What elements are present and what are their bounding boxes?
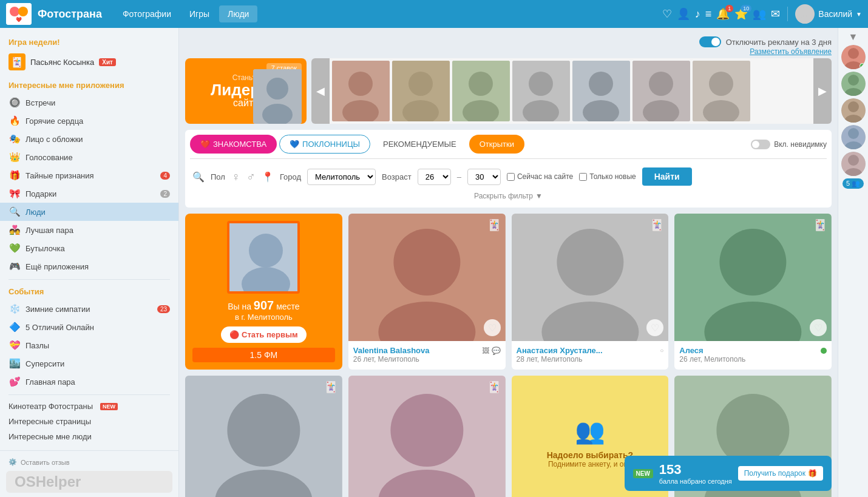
chevron-icon: ▼	[856, 11, 862, 18]
leader-profile-card[interactable]: Вы на 907 месте в г. Мелитополь 🔴 Стать …	[185, 214, 342, 370]
users-icon[interactable]: 👥	[753, 7, 766, 21]
ad-toggle[interactable]	[699, 36, 721, 47]
sidebar-item-interesting-pages[interactable]: Интересные страницы	[0, 414, 178, 429]
carousel-photo-2[interactable]	[392, 61, 450, 121]
profile-card-6[interactable]: 🃏	[348, 376, 506, 497]
sidebar: Игра недели! 🃏 Пасьянс Косынка Хит Интер…	[0, 28, 179, 497]
carousel-photo-1[interactable]	[332, 61, 390, 121]
age-dash: –	[457, 172, 461, 181]
sidebar-item-kinoteatr[interactable]: Кинотеатр Фотостраны NEW	[0, 399, 178, 414]
sidebar-item-people[interactable]: 🔍 Люди	[0, 203, 178, 221]
right-sidebar-avatar-2[interactable]	[841, 72, 866, 96]
sidebar-item-differences[interactable]: 🔷 5 Отличий Онлайн	[0, 318, 178, 336]
right-sidebar-chevron[interactable]: ▼	[849, 32, 858, 42]
sidebar-item-interesting-people[interactable]: Интересные мне люди	[0, 429, 178, 444]
profile-card-1-icons: 🖼 💬	[482, 347, 501, 355]
tab-recommended[interactable]: РЕКОМЕНДУЕМЫЕ	[373, 135, 467, 154]
sidebar-item-hot-hearts[interactable]: 🔥 Горячие сердца	[0, 112, 178, 130]
bottom-notif-points: 153	[659, 462, 732, 478]
tab-dating[interactable]: ❤️ ЗНАКОМСТВА	[190, 135, 277, 154]
male-icon[interactable]: ♂	[246, 170, 256, 184]
carousel-photo-3[interactable]	[452, 61, 510, 121]
mail-icon[interactable]: ✉	[771, 7, 780, 21]
sidebar-item-more-apps[interactable]: 🎮 Ещё приложения	[0, 257, 178, 276]
svg-point-25	[649, 72, 673, 96]
tab-dating-icon: ❤️	[200, 140, 210, 149]
tab-postcards[interactable]: Открытки	[469, 135, 524, 154]
age-to-select[interactable]: 30	[467, 169, 501, 185]
online-checkbox-label[interactable]: Сейчас на сайте	[507, 172, 573, 181]
new-only-checkbox[interactable]	[579, 173, 587, 181]
right-sidebar-avatar-3[interactable]	[841, 98, 866, 123]
sidebar-item-puzzles[interactable]: 💝 Пазлы	[0, 336, 178, 354]
carousel-prev[interactable]: ◀	[311, 58, 330, 124]
sidebar-item-cover-face[interactable]: 🎭 Лицо с обложки	[0, 130, 178, 148]
leader-banner[interactable]: Станьте Лидером сайта 7 ставок	[185, 58, 307, 124]
sidebar-item-main-pair[interactable]: 💕 Главная пара	[0, 373, 178, 391]
svg-point-34	[393, 229, 460, 296]
age-from-select[interactable]: 26	[418, 169, 451, 185]
sidebar-item-best-pair[interactable]: 💑 Лучшая пара	[0, 221, 178, 239]
profile-card-5[interactable]: 🃏	[185, 376, 342, 497]
main-nav: Фотографии Игры Люди	[114, 5, 257, 22]
game-item[interactable]: 🃏 Пасьянс Косынка Хит	[0, 50, 178, 73]
menu-icon[interactable]: ≡	[705, 8, 712, 21]
heart-icon[interactable]: ♡	[662, 7, 672, 21]
sidebar-item-bottle-label: Бутылочка	[25, 244, 65, 253]
carousel-next[interactable]: ▶	[813, 58, 832, 124]
sidebar-item-supercity[interactable]: 🏙️ Суперсити	[0, 354, 178, 373]
profile-icon[interactable]: 👤	[677, 7, 690, 21]
carousel-photo-7[interactable]	[693, 61, 750, 121]
profile-card-3[interactable]: ♡ 🃏 Алеся 26 лет, Мелитополь	[674, 214, 832, 370]
profile-card-2-offline: ○	[660, 347, 663, 354]
bottom-notif-points-label: балла набрано сегодня	[659, 478, 732, 485]
profile-card-2[interactable]: ♡ 🃏 Анастасия Хрустале... ○ 28 лет, Мели…	[512, 214, 669, 370]
tab-fans[interactable]: 💙 ПОКЛОННИЦЫ	[279, 135, 370, 154]
post-ad-link[interactable]: Разместить объявление	[750, 47, 832, 56]
sidebar-item-winter[interactable]: ❄️ Зимние симпатии 23	[0, 300, 178, 318]
right-sidebar-online-1	[860, 63, 865, 69]
become-first-icon: 🔴	[229, 330, 239, 339]
carousel-photo-4[interactable]	[512, 61, 570, 121]
sidebar-item-vote[interactable]: 👑 Голосование	[0, 148, 178, 166]
user-menu[interactable]: Василий ▼	[795, 4, 862, 24]
sidebar-item-bottle[interactable]: 💚 Бутылочка	[0, 239, 178, 257]
star-icon[interactable]: ⭐ 10	[734, 7, 748, 21]
music-icon[interactable]: ♪	[695, 8, 700, 21]
sidebar-item-confessions[interactable]: 🎁 Тайные признания 4	[0, 166, 178, 184]
logo-icon: ❤️	[6, 3, 32, 25]
svg-point-2	[18, 7, 28, 16]
profile-card-6-photo: 🃏	[348, 376, 506, 497]
nav-photos[interactable]: Фотографии	[114, 5, 180, 22]
profile-card-3-heart[interactable]: ♡	[810, 319, 827, 336]
become-first-label: Стать первым	[242, 330, 298, 339]
sidebar-item-gifts[interactable]: 🎀 Подарки 2	[0, 184, 178, 203]
profile-card-1-heart[interactable]: ♡	[484, 319, 501, 336]
carousel-photo-6[interactable]	[632, 61, 690, 121]
invisible-toggle[interactable]: Вкл. невидимку	[751, 140, 827, 149]
find-button[interactable]: Найти	[642, 167, 692, 186]
female-icon[interactable]: ♀	[231, 170, 240, 184]
leader-user-photo	[253, 69, 302, 124]
carousel-photo-5[interactable]	[572, 61, 630, 121]
invisible-toggle-track[interactable]	[751, 140, 770, 149]
online-checkbox[interactable]	[507, 173, 515, 181]
get-gift-button[interactable]: Получить подарок 🎁	[738, 466, 823, 481]
bell-icon[interactable]: 🔔 1	[716, 7, 730, 21]
sidebar-divider-1	[8, 279, 170, 280]
bottom-notif-new-badge: NEW	[633, 469, 653, 478]
confessions-badge: 4	[160, 172, 170, 180]
feedback-item[interactable]: ⚙️ Оставить отзыв	[0, 456, 178, 468]
profile-card-1[interactable]: ♡ 🃏 Valentina Balashova 🖼 💬 26 лет, Мели…	[348, 214, 506, 370]
right-sidebar-avatar-1[interactable]	[841, 45, 866, 69]
expand-filter[interactable]: Раскрыть фильтр ▼	[190, 189, 827, 203]
nav-games[interactable]: Игры	[181, 5, 218, 22]
city-select[interactable]: Мелитополь	[307, 169, 376, 185]
nav-people[interactable]: Люди	[219, 5, 257, 22]
sidebar-item-meetings[interactable]: 🔘 Встречи	[0, 93, 178, 112]
become-first-button[interactable]: 🔴 Стать первым	[221, 326, 307, 343]
right-sidebar-avatar-5[interactable]	[841, 152, 866, 176]
new-only-checkbox-label[interactable]: Только новые	[579, 172, 636, 181]
right-sidebar-avatar-4[interactable]	[841, 125, 866, 149]
tab-dating-label: ЗНАКОМСТВА	[213, 140, 266, 149]
